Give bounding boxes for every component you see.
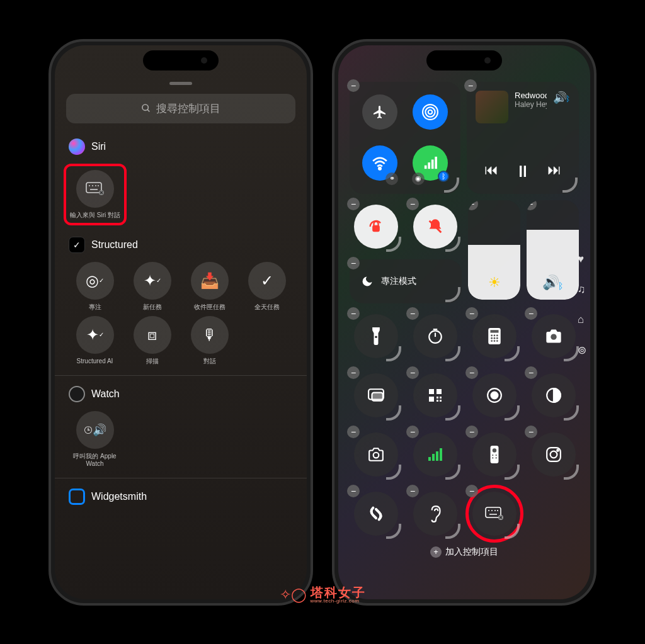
search-placeholder: 搜尋控制項目 [156,101,220,116]
cellular-bars-icon [428,448,443,461]
resize-handle[interactable] [564,465,579,480]
resize-handle[interactable] [386,346,401,361]
remove-badge[interactable]: − [406,485,419,497]
resize-handle[interactable] [445,405,460,421]
audio-output-button[interactable]: 🔊ᛒ [553,91,570,105]
structured-chat[interactable]: 🎙對話 [183,316,236,365]
connectivity-module[interactable]: − ᛒ ⚭ ◉ [350,82,460,194]
type-to-siri-label: 輸入來與 Siri 對話 [70,212,120,219]
timer-icon [427,328,443,344]
music-note-icon[interactable]: ♫ [578,283,586,296]
siri-icon [69,138,85,155]
add-control-button[interactable]: + 加入控制項目 [350,546,579,558]
camera-icon [545,329,562,344]
remove-badge[interactable]: − [525,307,537,320]
svg-rect-44 [437,400,438,402]
remove-badge[interactable]: − [347,198,360,210]
divider [55,478,307,478]
resize-handle[interactable] [445,237,460,252]
remove-badge[interactable]: − [406,198,419,210]
satellite-icon[interactable]: ◉ [412,172,425,185]
resize-handle[interactable] [505,346,520,361]
personal-hotspot-icon[interactable]: ⚭ [385,172,398,185]
moon-icon [361,275,374,288]
section-widgetsmith-title: Widgetsmith [91,491,147,502]
dynamic-island [143,50,219,71]
resize-handle[interactable] [505,405,520,421]
resize-handle[interactable] [386,524,401,539]
remove-badge[interactable]: − [465,307,478,320]
remove-badge[interactable]: − [464,79,477,92]
resize-handle[interactable] [505,465,520,480]
resize-handle[interactable] [386,405,401,421]
section-siri-header: Siri [66,138,295,155]
resize-handle[interactable] [562,178,578,193]
svg-rect-17 [431,160,434,169]
svg-point-59 [496,457,497,458]
focus-module[interactable]: − 專注模式 [350,259,462,303]
structured-inbox[interactable]: 📥收件匣任務 [183,262,236,311]
structured-allday[interactable]: ✓全天任務 [241,262,293,311]
remove-badge[interactable]: − [347,307,360,320]
remove-badge[interactable]: − [525,426,537,438]
remove-badge[interactable]: − [465,366,478,379]
remove-badge[interactable]: − [347,426,360,438]
search-input[interactable]: 搜尋控制項目 [66,94,295,123]
type-to-siri-button[interactable] [76,170,114,208]
remove-badge[interactable]: − [347,485,360,497]
remove-badge[interactable]: − [525,366,537,379]
remove-badge[interactable]: − [527,200,537,210]
remove-badge[interactable]: − [465,426,478,438]
home-icon[interactable]: ⌂ [578,314,586,326]
svg-point-12 [425,107,435,116]
sun-icon: ☀︎ [488,274,501,291]
remove-badge[interactable]: − [406,307,419,320]
heart-icon[interactable]: ♥ [578,253,586,266]
resize-handle[interactable] [444,178,459,193]
section-watch-header: Watch [66,386,295,402]
forward-button[interactable]: ⏭ [547,162,561,181]
resize-handle[interactable] [445,346,460,361]
remove-badge[interactable]: − [347,366,360,379]
remove-badge[interactable]: − [347,79,360,92]
rewind-button[interactable]: ⏮ [484,162,498,181]
resize-handle[interactable] [445,465,460,480]
volume-slider[interactable]: − 🔊ᛒ [527,200,579,300]
remove-badge[interactable]: − [347,257,360,269]
airplane-mode-button[interactable] [362,94,397,130]
instagram-icon [545,446,562,463]
ear-icon [428,505,443,523]
ping-watch[interactable]: ⌚︎🔊呼叫我的 Apple Watch [69,411,121,468]
resize-handle[interactable] [386,237,401,252]
remove-badge[interactable]: − [468,200,478,210]
resize-handle[interactable] [564,405,579,421]
svg-point-32 [496,337,498,339]
widgetsmith-app-icon [69,489,85,505]
brightness-slider[interactable]: − ☀︎ [468,200,520,300]
resize-handle[interactable] [505,524,520,539]
speaker-icon: 🔊 [542,274,559,291]
structured-scan[interactable]: ⧈掃描 [126,316,178,365]
resize-handle[interactable] [445,524,460,539]
watch-app-icon [69,386,85,402]
svg-rect-42 [437,397,438,398]
remove-badge[interactable]: − [406,426,419,438]
search-icon [141,103,151,113]
structured-focus[interactable]: ◎✓專注 [69,262,121,311]
broadcast-icon[interactable]: ⊚ [578,344,586,357]
divider [55,375,307,376]
remove-badge[interactable]: − [406,366,419,379]
sheet-grabber[interactable] [169,82,192,85]
resize-handle[interactable] [564,346,579,361]
resize-handle[interactable] [386,465,401,480]
svg-point-55 [493,448,496,452]
structured-ai[interactable]: ✦✓Structured AI [69,316,121,365]
resize-handle[interactable] [445,287,460,302]
media-module[interactable]: − Redwoods (Anxious) Haley Heynderickx 🔊… [467,82,579,194]
svg-rect-52 [436,451,438,461]
svg-point-35 [496,340,498,342]
structured-new-task[interactable]: ✦✓新任務 [126,262,178,311]
airdrop-button[interactable] [413,94,448,130]
remove-badge[interactable]: − [465,485,478,497]
pause-button[interactable]: ⏸ [515,162,531,181]
